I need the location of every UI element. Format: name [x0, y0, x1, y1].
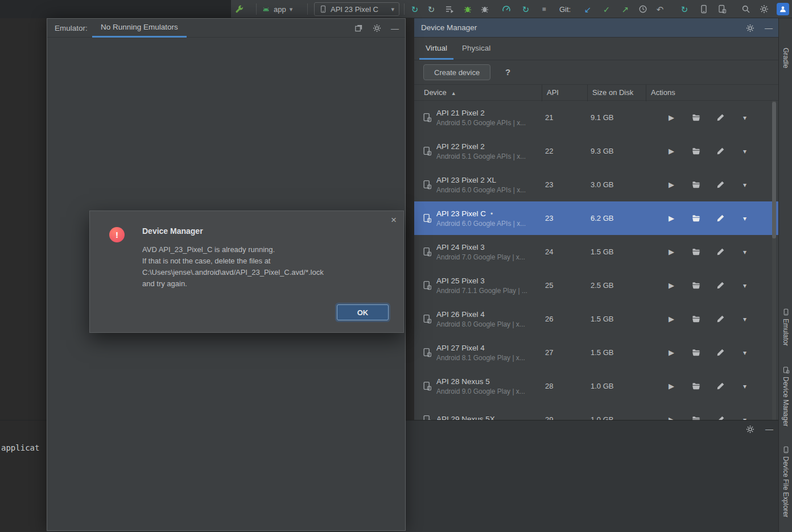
minimize-icon[interactable]: — [762, 18, 775, 38]
git-rollback-icon[interactable]: ↶ [654, 0, 666, 18]
device-folder-icon[interactable] [691, 348, 700, 357]
launch-device-icon[interactable]: ▶ [667, 180, 676, 189]
create-device-button[interactable]: Create device [423, 64, 490, 80]
tool-tab-device-manager[interactable]: Device Manager [779, 366, 792, 426]
launch-device-icon[interactable]: ▶ [667, 415, 676, 420]
help-icon[interactable]: ? [505, 60, 510, 84]
edit-device-icon[interactable] [716, 180, 725, 189]
tab-virtual[interactable]: Virtual [419, 38, 453, 60]
more-actions-icon[interactable]: ▾ [740, 214, 749, 223]
device-folder-icon[interactable] [691, 315, 700, 324]
more-actions-icon[interactable]: ▾ [740, 113, 749, 122]
edit-device-icon[interactable] [716, 315, 725, 324]
more-actions-icon[interactable]: ▾ [740, 315, 749, 324]
device-selector[interactable]: API 23 Pixel C ▾ [314, 2, 399, 16]
more-actions-icon[interactable]: ▾ [740, 147, 749, 156]
device-folder-icon[interactable] [691, 147, 700, 156]
launch-device-icon[interactable]: ▶ [667, 382, 676, 391]
android-icon [262, 5, 270, 14]
device-folder-icon[interactable] [691, 113, 700, 122]
git-commit-icon[interactable]: ✓ [601, 0, 612, 18]
attach-debugger-icon[interactable] [479, 0, 490, 18]
edit-device-icon[interactable] [716, 281, 725, 290]
device-row[interactable]: API 28 Nexus 5 Android 9.0 Google Play |… [414, 369, 778, 403]
git-history-icon[interactable] [637, 0, 649, 18]
rerun-icon[interactable]: ↻ [409, 0, 420, 18]
tool-tab-device-file-explorer[interactable]: Device File Explorer [779, 446, 792, 517]
sync-project-icon[interactable]: ↻ [679, 0, 690, 18]
edit-device-icon[interactable] [716, 415, 725, 420]
device-row[interactable]: API 22 Pixel 2 Android 5.1 Google APIs |… [414, 134, 778, 168]
panel-gear-icon[interactable] [744, 420, 756, 438]
device-folder-icon[interactable] [691, 281, 700, 290]
device-row[interactable]: API 27 Pixel 4 Android 8.1 Google Play |… [414, 336, 778, 369]
settings-gear-icon[interactable] [758, 0, 770, 18]
main-toolbar: app ▾ API 23 Pixel C ▾ ↻ ↻ ↻ ■ Git: ↙ ✓ … [0, 0, 792, 18]
device-folder-icon[interactable] [691, 214, 700, 223]
edit-device-icon[interactable] [716, 382, 725, 391]
device-row[interactable]: API 26 Pixel 4 Android 8.0 Google Play |… [414, 302, 778, 336]
more-actions-icon[interactable]: ▾ [740, 248, 749, 257]
device-subtitle: Android 5.0 Google APIs | x... [436, 119, 526, 127]
launch-device-icon[interactable]: ▶ [667, 214, 676, 223]
device-folder-icon[interactable] [691, 415, 700, 420]
column-actions[interactable]: Actions [646, 85, 778, 101]
device-row[interactable]: API 21 Pixel 2 Android 5.0 Google APIs |… [414, 101, 778, 134]
launch-device-icon[interactable]: ▶ [667, 281, 676, 290]
user-avatar[interactable] [777, 3, 789, 15]
profile-rerun-icon[interactable]: ↻ [520, 0, 531, 18]
git-update-icon[interactable]: ↙ [582, 0, 593, 18]
run-configuration-selector[interactable]: app ▾ [262, 0, 292, 18]
launch-device-icon[interactable]: ▶ [667, 113, 676, 122]
column-size-on-disk[interactable]: Size on Disk [587, 85, 646, 101]
more-actions-icon[interactable]: ▾ [740, 382, 749, 391]
tool-tab-emulator[interactable]: Emulator [779, 308, 792, 346]
launch-device-icon[interactable]: ▶ [667, 147, 676, 156]
panel-gear-icon[interactable] [370, 19, 383, 38]
edit-device-icon[interactable] [716, 147, 725, 156]
debug-icon[interactable] [462, 0, 473, 18]
profiler-icon[interactable] [501, 0, 512, 18]
panel-gear-icon[interactable] [744, 18, 756, 38]
device-folder-icon[interactable] [691, 382, 700, 391]
tab-physical[interactable]: Physical [456, 38, 497, 60]
minimize-icon[interactable]: — [389, 19, 401, 38]
edit-device-icon[interactable] [716, 248, 725, 257]
device-row[interactable]: API 23 Pixel 2 XL Android 6.0 Google API… [414, 168, 778, 201]
run-with-coverage-icon[interactable] [444, 0, 455, 18]
device-manager-icon[interactable] [698, 0, 710, 18]
edit-device-icon[interactable] [716, 348, 725, 357]
more-actions-icon[interactable]: ▾ [740, 348, 749, 357]
restart-activity-icon[interactable]: ↻ [426, 0, 437, 18]
device-row[interactable]: API 29 Nexus 5X 29 1.0 GB ▶ ▾ [414, 403, 778, 420]
column-device[interactable]: Device▲ [414, 85, 542, 101]
edit-device-icon[interactable] [716, 113, 725, 122]
right-tool-strip: Gradle Emulator Device Manager Device Fi… [778, 18, 792, 532]
device-folder-icon[interactable] [691, 248, 700, 257]
column-api[interactable]: API [542, 85, 587, 101]
launch-device-icon[interactable]: ▶ [667, 315, 676, 324]
device-folder-icon[interactable] [691, 180, 700, 189]
scrollbar-thumb[interactable] [772, 102, 776, 238]
edit-device-icon[interactable] [716, 214, 725, 223]
more-actions-icon[interactable]: ▾ [740, 281, 749, 290]
close-icon[interactable]: × [391, 215, 397, 226]
float-window-icon[interactable] [352, 19, 365, 38]
device-row[interactable]: API 25 Pixel 3 Android 7.1.1 Google Play… [414, 269, 778, 302]
build-wrench-icon[interactable] [234, 0, 245, 18]
ok-button[interactable]: OK [337, 304, 389, 320]
more-actions-icon[interactable]: ▾ [740, 180, 749, 189]
launch-device-icon[interactable]: ▶ [667, 248, 676, 257]
device-row-selected[interactable]: API 23 Pixel C• Android 6.0 Google APIs … [414, 201, 778, 235]
more-actions-icon[interactable]: ▾ [740, 415, 749, 420]
minimize-icon[interactable]: — [763, 420, 776, 438]
console-text: applicat [1, 443, 39, 452]
device-row[interactable]: API 24 Pixel 3 Android 7.0 Google Play |… [414, 235, 778, 269]
git-push-icon[interactable]: ↗ [620, 0, 631, 18]
console-output-area[interactable]: applicat [0, 420, 47, 532]
tool-tab-gradle[interactable]: Gradle [779, 48, 792, 68]
launch-device-icon[interactable]: ▶ [667, 348, 676, 357]
emulator-tab[interactable]: No Running Emulators [92, 19, 187, 38]
search-icon[interactable] [740, 0, 752, 18]
pair-devices-icon[interactable] [716, 0, 728, 18]
